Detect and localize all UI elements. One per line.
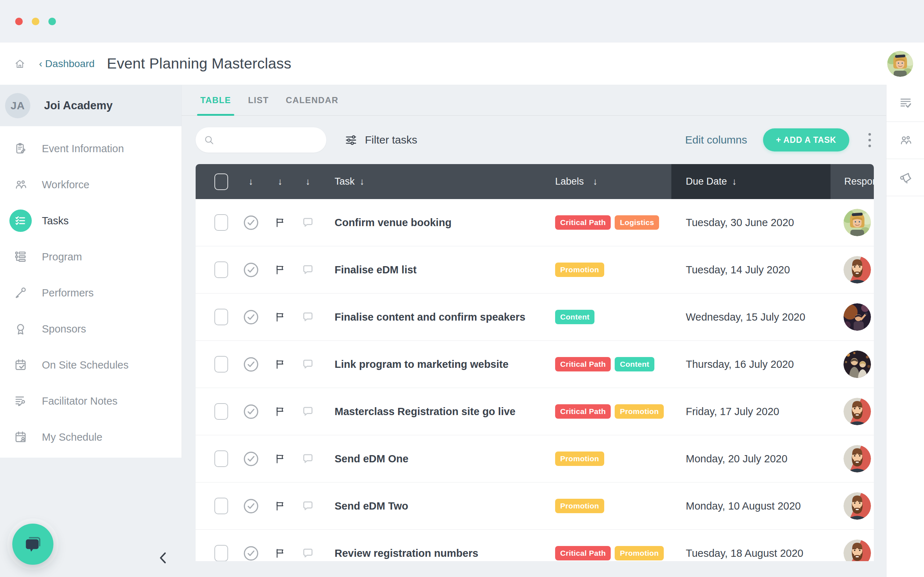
row-checkbox[interactable] — [215, 309, 228, 325]
comment-icon[interactable] — [301, 311, 314, 324]
tab-table[interactable]: TABLE — [200, 85, 231, 115]
flag-icon[interactable] — [275, 359, 286, 370]
task-row[interactable]: Finalise content and confirm speakers Co… — [195, 293, 874, 341]
chat-button[interactable] — [12, 524, 53, 565]
complete-task-check-circle-icon[interactable] — [242, 545, 260, 561]
complete-task-check-circle-icon[interactable] — [242, 261, 260, 279]
sidebar-item-tasks[interactable]: Tasks — [0, 203, 181, 239]
row-checkbox[interactable] — [215, 545, 228, 561]
traffic-light-minimize[interactable] — [32, 18, 39, 25]
sidebar-item-label: Performers — [42, 287, 94, 299]
clipboard-edit-icon — [10, 137, 32, 160]
task-title: Send eDM Two — [334, 500, 408, 512]
flag-icon[interactable] — [275, 548, 286, 559]
task-row[interactable]: Send eDM Two Promotion Monday, 10 August… — [195, 482, 874, 530]
column-header-due-date[interactable]: Due Date↓ — [671, 164, 830, 199]
comment-icon[interactable] — [301, 216, 314, 229]
comment-icon[interactable] — [301, 500, 314, 513]
sidebar-item-label: My Schedule — [42, 431, 102, 443]
comment-icon[interactable] — [301, 358, 314, 371]
row-checkbox[interactable] — [215, 450, 228, 467]
comment-icon[interactable] — [301, 405, 314, 418]
sidebar-nav: Event Information Workforce Tasks Progra… — [0, 126, 181, 455]
task-row[interactable]: Confirm venue booking Critical PathLogis… — [195, 199, 874, 246]
sort-status-column[interactable]: ↓ — [249, 176, 254, 187]
traffic-light-zoom[interactable] — [48, 18, 56, 25]
task-row[interactable]: Masterclass Registration site go live Cr… — [195, 388, 874, 435]
row-checkbox[interactable] — [215, 214, 228, 231]
sort-flag-column[interactable]: ↓ — [278, 176, 283, 187]
label-pill: Promotion — [615, 546, 664, 561]
complete-task-check-circle-icon[interactable] — [242, 403, 260, 420]
home-icon[interactable] — [15, 58, 25, 69]
task-row[interactable]: Send eDM One Promotion Monday, 20 July 2… — [195, 435, 874, 482]
traffic-light-close[interactable] — [15, 18, 23, 25]
sidebar-item-program[interactable]: Program — [0, 239, 181, 275]
sidebar-item-sponsors[interactable]: Sponsors — [0, 311, 181, 347]
page-title: Event Planning Masterclass — [107, 55, 291, 72]
rail-button-list-check[interactable] — [887, 85, 924, 122]
more-options-kebab-icon[interactable] — [862, 128, 877, 152]
flag-icon[interactable] — [275, 264, 286, 276]
sidebar-item-my-schedule[interactable]: My Schedule — [0, 419, 181, 455]
task-title: Confirm venue booking — [334, 217, 452, 228]
responsible-avatar — [843, 445, 871, 472]
flag-icon[interactable] — [275, 453, 286, 464]
tab-list[interactable]: LIST — [248, 85, 269, 115]
row-checkbox[interactable] — [215, 403, 228, 420]
add-task-button[interactable]: + ADD A TASK — [763, 128, 849, 152]
due-date: Wednesday, 15 July 2020 — [686, 311, 805, 323]
select-all-checkbox[interactable] — [215, 174, 228, 190]
due-date: Tuesday, 14 July 2020 — [686, 264, 790, 276]
complete-task-check-circle-icon[interactable] — [242, 214, 260, 231]
user-avatar[interactable] — [887, 51, 913, 77]
row-checkbox[interactable] — [215, 356, 228, 372]
column-header-task[interactable]: Task↓ — [322, 176, 552, 187]
search-box[interactable] — [195, 127, 326, 153]
sort-comment-column[interactable]: ↓ — [306, 176, 310, 187]
label-pill: Content — [615, 357, 654, 371]
row-checkbox[interactable] — [215, 498, 228, 514]
flag-icon[interactable] — [275, 217, 286, 228]
rail-button-people[interactable] — [887, 122, 924, 159]
edit-columns-button[interactable]: Edit columns — [685, 134, 747, 146]
sidebar-item-label: On Site Schedules — [42, 359, 129, 371]
people-icon — [10, 174, 32, 196]
complete-task-check-circle-icon[interactable] — [242, 356, 260, 373]
org-header[interactable]: JA Joi Academy — [0, 85, 181, 126]
award-icon — [10, 318, 32, 340]
sidebar-item-on-site-schedules[interactable]: On Site Schedules — [0, 347, 181, 383]
sidebar-item-event-information[interactable]: Event Information — [0, 131, 181, 167]
microphone-icon — [10, 282, 32, 304]
search-input[interactable] — [220, 134, 318, 146]
task-row[interactable]: Finalise eDM list Promotion Tuesday, 14 … — [195, 246, 874, 293]
sidebar-item-facilitator-notes[interactable]: Facilitator Notes — [0, 383, 181, 419]
column-header-labels[interactable]: Labels↓ — [552, 176, 671, 187]
tab-calendar[interactable]: CALENDAR — [286, 85, 339, 115]
comment-icon[interactable] — [301, 547, 314, 560]
sidebar-item-label: Workforce — [42, 179, 89, 191]
comment-icon[interactable] — [301, 452, 314, 465]
sidebar-item-performers[interactable]: Performers — [0, 275, 181, 311]
task-row[interactable]: Link program to marketing website Critic… — [195, 341, 874, 388]
task-row[interactable]: Review registration numbers Critical Pat… — [195, 530, 874, 561]
complete-task-check-circle-icon[interactable] — [242, 498, 260, 515]
task-title: Finalise content and confirm speakers — [334, 311, 525, 323]
complete-task-check-circle-icon[interactable] — [242, 309, 260, 326]
responsible-avatar — [843, 398, 871, 425]
label-pill: Promotion — [555, 451, 604, 466]
breadcrumb[interactable]: ‹ Dashboard — [39, 58, 95, 69]
chat-icon — [23, 534, 43, 554]
sidebar-collapse-chevron-icon[interactable] — [156, 550, 171, 566]
comment-icon[interactable] — [301, 263, 314, 276]
rail-button-megaphone[interactable] — [887, 159, 924, 196]
complete-task-check-circle-icon[interactable] — [242, 450, 260, 467]
row-checkbox[interactable] — [215, 261, 228, 278]
flag-icon[interactable] — [275, 501, 286, 512]
flag-icon[interactable] — [275, 406, 286, 417]
column-header-responsible[interactable]: Responsible — [830, 164, 874, 199]
flag-icon[interactable] — [275, 311, 286, 323]
sidebar-item-workforce[interactable]: Workforce — [0, 167, 181, 203]
filter-tasks-button[interactable]: Filter tasks — [344, 134, 417, 147]
due-date: Tuesday, 18 August 2020 — [686, 548, 803, 559]
